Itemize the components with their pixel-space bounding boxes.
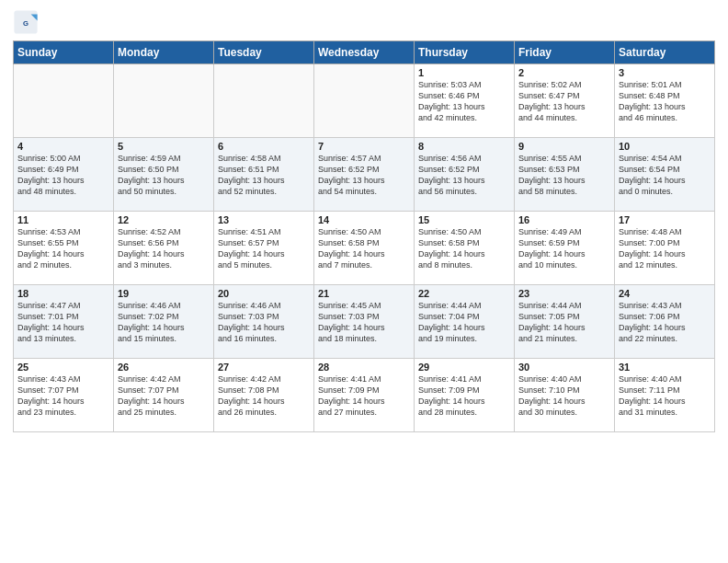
day-number: 17	[619, 214, 711, 225]
day-info: Sunrise: 4:57 AM Sunset: 6:52 PM Dayligh…	[318, 153, 410, 198]
calendar-cell: 21Sunrise: 4:45 AM Sunset: 7:03 PM Dayli…	[314, 285, 415, 359]
day-number: 11	[17, 214, 109, 225]
calendar-cell: 31Sunrise: 4:40 AM Sunset: 7:11 PM Dayli…	[615, 359, 715, 432]
calendar-table: SundayMondayTuesdayWednesdayThursdayFrid…	[13, 40, 715, 432]
calendar-cell: 27Sunrise: 4:42 AM Sunset: 7:08 PM Dayli…	[214, 359, 314, 432]
calendar-cell: 30Sunrise: 4:40 AM Sunset: 7:10 PM Dayli…	[515, 359, 615, 432]
calendar-cell: 22Sunrise: 4:44 AM Sunset: 7:04 PM Dayli…	[415, 285, 515, 359]
calendar-header-row: SundayMondayTuesdayWednesdayThursdayFrid…	[14, 41, 715, 64]
calendar-cell: 16Sunrise: 4:49 AM Sunset: 6:59 PM Dayli…	[515, 212, 615, 285]
day-info: Sunrise: 5:01 AM Sunset: 6:48 PM Dayligh…	[619, 79, 711, 124]
day-number: 20	[218, 288, 310, 299]
calendar-week-row: 18Sunrise: 4:47 AM Sunset: 7:01 PM Dayli…	[14, 285, 715, 359]
calendar-cell: 17Sunrise: 4:48 AM Sunset: 7:00 PM Dayli…	[615, 212, 715, 285]
calendar-cell	[114, 64, 214, 138]
day-number: 26	[118, 362, 210, 373]
day-info: Sunrise: 4:40 AM Sunset: 7:11 PM Dayligh…	[619, 373, 711, 419]
day-info: Sunrise: 4:56 AM Sunset: 6:52 PM Dayligh…	[418, 153, 510, 198]
day-number: 12	[118, 214, 210, 225]
calendar-week-row: 11Sunrise: 4:53 AM Sunset: 6:55 PM Dayli…	[14, 212, 715, 285]
calendar-header-sunday: Sunday	[14, 41, 114, 64]
day-number: 9	[518, 141, 610, 152]
day-number: 15	[418, 214, 510, 225]
day-info: Sunrise: 4:43 AM Sunset: 7:06 PM Dayligh…	[619, 300, 711, 345]
calendar-header-thursday: Thursday	[415, 41, 515, 64]
day-number: 19	[118, 288, 210, 299]
day-number: 21	[318, 288, 410, 299]
svg-text:G: G	[23, 19, 28, 28]
calendar-cell: 2Sunrise: 5:02 AM Sunset: 6:47 PM Daylig…	[515, 64, 615, 138]
calendar-cell: 4Sunrise: 5:00 AM Sunset: 6:49 PM Daylig…	[14, 138, 114, 212]
day-number: 29	[418, 362, 510, 373]
logo-icon: G	[13, 9, 39, 35]
day-info: Sunrise: 4:54 AM Sunset: 6:54 PM Dayligh…	[619, 153, 711, 198]
day-number: 3	[619, 67, 711, 78]
day-number: 31	[619, 362, 711, 373]
calendar-cell: 1Sunrise: 5:03 AM Sunset: 6:46 PM Daylig…	[415, 64, 515, 138]
day-info: Sunrise: 4:41 AM Sunset: 7:09 PM Dayligh…	[418, 373, 510, 419]
day-info: Sunrise: 4:50 AM Sunset: 6:58 PM Dayligh…	[418, 226, 510, 271]
calendar-week-row: 25Sunrise: 4:43 AM Sunset: 7:07 PM Dayli…	[14, 359, 715, 432]
calendar-cell	[14, 64, 114, 138]
day-number: 7	[318, 141, 410, 152]
day-number: 18	[17, 288, 109, 299]
calendar-cell: 12Sunrise: 4:52 AM Sunset: 6:56 PM Dayli…	[114, 212, 214, 285]
calendar-cell: 23Sunrise: 4:44 AM Sunset: 7:05 PM Dayli…	[515, 285, 615, 359]
calendar-cell: 8Sunrise: 4:56 AM Sunset: 6:52 PM Daylig…	[415, 138, 515, 212]
day-number: 28	[318, 362, 410, 373]
day-info: Sunrise: 4:48 AM Sunset: 7:00 PM Dayligh…	[619, 226, 711, 271]
day-number: 22	[418, 288, 510, 299]
day-info: Sunrise: 4:40 AM Sunset: 7:10 PM Dayligh…	[518, 373, 610, 419]
calendar-cell: 20Sunrise: 4:46 AM Sunset: 7:03 PM Dayli…	[214, 285, 314, 359]
day-number: 14	[318, 214, 410, 225]
day-number: 2	[518, 67, 610, 78]
calendar-cell: 28Sunrise: 4:41 AM Sunset: 7:09 PM Dayli…	[314, 359, 415, 432]
calendar-cell: 19Sunrise: 4:46 AM Sunset: 7:02 PM Dayli…	[114, 285, 214, 359]
day-info: Sunrise: 4:49 AM Sunset: 6:59 PM Dayligh…	[518, 226, 610, 271]
day-number: 24	[619, 288, 711, 299]
day-number: 16	[518, 214, 610, 225]
day-number: 27	[218, 362, 310, 373]
page-header: G	[13, 9, 715, 35]
day-info: Sunrise: 4:42 AM Sunset: 7:08 PM Dayligh…	[218, 373, 310, 419]
day-info: Sunrise: 4:50 AM Sunset: 6:58 PM Dayligh…	[318, 226, 410, 271]
day-info: Sunrise: 4:41 AM Sunset: 7:09 PM Dayligh…	[318, 373, 410, 419]
calendar-header-friday: Friday	[515, 41, 615, 64]
day-info: Sunrise: 4:51 AM Sunset: 6:57 PM Dayligh…	[218, 226, 310, 271]
calendar-header-monday: Monday	[114, 41, 214, 64]
calendar-cell: 6Sunrise: 4:58 AM Sunset: 6:51 PM Daylig…	[214, 138, 314, 212]
day-info: Sunrise: 5:00 AM Sunset: 6:49 PM Dayligh…	[17, 153, 109, 198]
day-info: Sunrise: 4:44 AM Sunset: 7:04 PM Dayligh…	[418, 300, 510, 345]
day-info: Sunrise: 4:58 AM Sunset: 6:51 PM Dayligh…	[218, 153, 310, 198]
calendar-cell: 26Sunrise: 4:42 AM Sunset: 7:07 PM Dayli…	[114, 359, 214, 432]
calendar-cell: 14Sunrise: 4:50 AM Sunset: 6:58 PM Dayli…	[314, 212, 415, 285]
day-number: 23	[518, 288, 610, 299]
day-info: Sunrise: 4:52 AM Sunset: 6:56 PM Dayligh…	[118, 226, 210, 271]
day-number: 4	[17, 141, 109, 152]
calendar-cell: 3Sunrise: 5:01 AM Sunset: 6:48 PM Daylig…	[615, 64, 715, 138]
day-info: Sunrise: 4:43 AM Sunset: 7:07 PM Dayligh…	[17, 373, 109, 419]
day-info: Sunrise: 5:02 AM Sunset: 6:47 PM Dayligh…	[518, 79, 610, 124]
day-info: Sunrise: 5:03 AM Sunset: 6:46 PM Dayligh…	[418, 79, 510, 124]
day-number: 6	[218, 141, 310, 152]
day-number: 13	[218, 214, 310, 225]
calendar-cell	[314, 64, 415, 138]
day-info: Sunrise: 4:42 AM Sunset: 7:07 PM Dayligh…	[118, 373, 210, 419]
calendar-header-tuesday: Tuesday	[214, 41, 314, 64]
calendar-cell: 7Sunrise: 4:57 AM Sunset: 6:52 PM Daylig…	[314, 138, 415, 212]
day-info: Sunrise: 4:46 AM Sunset: 7:02 PM Dayligh…	[118, 300, 210, 345]
logo: G	[13, 9, 40, 35]
calendar-cell: 29Sunrise: 4:41 AM Sunset: 7:09 PM Dayli…	[415, 359, 515, 432]
calendar-cell: 10Sunrise: 4:54 AM Sunset: 6:54 PM Dayli…	[615, 138, 715, 212]
calendar-cell: 18Sunrise: 4:47 AM Sunset: 7:01 PM Dayli…	[14, 285, 114, 359]
calendar-cell: 25Sunrise: 4:43 AM Sunset: 7:07 PM Dayli…	[14, 359, 114, 432]
calendar-cell: 5Sunrise: 4:59 AM Sunset: 6:50 PM Daylig…	[114, 138, 214, 212]
calendar-cell	[214, 64, 314, 138]
calendar-header-saturday: Saturday	[615, 41, 715, 64]
day-info: Sunrise: 4:45 AM Sunset: 7:03 PM Dayligh…	[318, 300, 410, 345]
day-info: Sunrise: 4:47 AM Sunset: 7:01 PM Dayligh…	[17, 300, 109, 345]
day-info: Sunrise: 4:44 AM Sunset: 7:05 PM Dayligh…	[518, 300, 610, 345]
calendar-cell: 24Sunrise: 4:43 AM Sunset: 7:06 PM Dayli…	[615, 285, 715, 359]
day-number: 5	[118, 141, 210, 152]
calendar-cell: 9Sunrise: 4:55 AM Sunset: 6:53 PM Daylig…	[515, 138, 615, 212]
